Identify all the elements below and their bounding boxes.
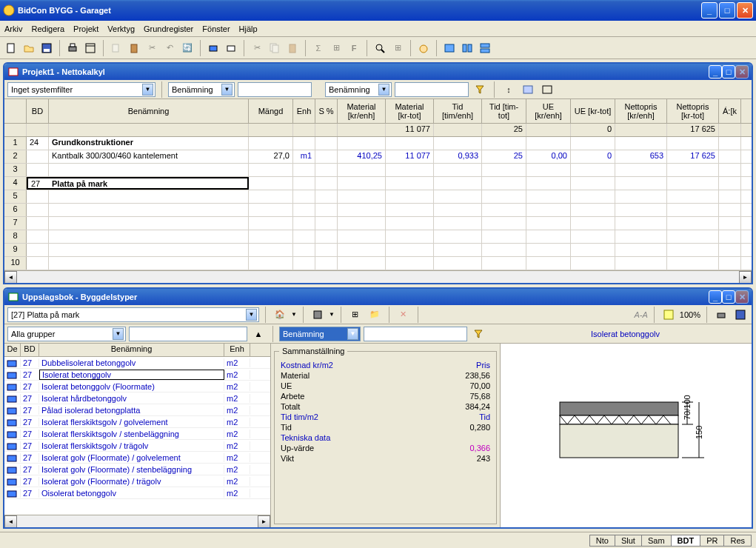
category-combo[interactable]: [27] Platta på mark▼ [7,307,259,322]
list-item[interactable]: 27Dubbelisolerat betonggolvm2 [4,357,270,369]
menu-grundregister[interactable]: Grundregister [144,24,193,33]
list-item[interactable]: 27Isolerat hårdbetonggolvm2 [4,392,270,404]
list-item[interactable]: 27Isolerat flerskiktsgolv / golvelementm… [4,416,270,428]
table-row[interactable]: 3 [4,164,752,177]
list-item[interactable]: 27Oisolerat betonggolvm2 [4,487,270,499]
list-item[interactable]: 27Isolerat betonggolv (Floormate)m2 [4,381,270,392]
list-item[interactable]: 27Isolerat golv (Floormate) / golvelemen… [4,452,270,464]
tool-paste-icon[interactable] [284,40,301,56]
window-icon-1[interactable] [441,40,458,56]
table-row[interactable]: 427Platta på mark [4,177,752,190]
list-item[interactable]: 27Isolerat flerskiktsgolv / trägolvm2 [4,440,270,452]
list-item[interactable]: 27Isolerat flerskiktsgolv / stenbeläggni… [4,428,270,440]
search-text[interactable] [364,327,467,341]
list-item[interactable]: 27Isolerat golv (Floormate) / trägolvm2 [4,475,270,487]
table-row[interactable]: 6 [4,204,752,217]
image-icon[interactable] [660,307,677,323]
table-row[interactable]: 10 [4,257,752,270]
group-filter-text[interactable] [129,327,247,341]
status-tab-slut[interactable]: Slut [615,535,642,547]
system-filter-combo[interactable]: Inget systemfilter▼ [7,82,155,97]
status-tab-nto[interactable]: Nto [589,535,615,547]
table-row[interactable]: 124Grundkonstruktioner [4,137,752,150]
tool-cut-icon[interactable]: ✂ [249,40,265,56]
filter-value-1[interactable] [238,82,312,97]
column-header[interactable]: S % [315,99,338,123]
column-header[interactable]: Material [kr/enh] [338,99,386,123]
column-header[interactable]: UE [kr-tot] [571,99,615,123]
horizontal-scrollbar[interactable]: ◄► [4,515,270,527]
column-header[interactable]: BD [21,344,39,356]
column-header[interactable]: Á:[k [719,99,741,123]
list-item[interactable]: 27Pålad isolerad betongplattam2 [4,404,270,416]
print-icon[interactable] [64,40,81,56]
column-header[interactable]: Mängd [249,99,293,123]
close-button[interactable]: ✕ [737,2,753,19]
menu-verktyg[interactable]: Verktyg [107,24,135,33]
window-icon-2[interactable] [459,40,475,56]
copy-icon[interactable] [108,40,124,56]
print-icon[interactable] [713,307,729,323]
filter-column-combo-1[interactable]: Benämning▼ [168,82,235,97]
mdi-minimize-button[interactable]: _ [709,65,722,78]
save-icon[interactable] [732,307,749,323]
folder-icon[interactable]: 📁 [367,307,383,323]
open-icon[interactable] [21,40,37,56]
mdi-maximize-button[interactable]: □ [722,65,735,78]
sort-icon[interactable]: ↕ [501,81,517,98]
save-icon[interactable] [39,40,55,56]
column-header[interactable]: Material [kr-tot] [386,99,434,123]
preview-icon[interactable] [82,40,98,56]
tool-icon-3[interactable]: ⊞ [328,40,344,56]
filter-icon[interactable] [470,326,486,342]
delete-icon[interactable]: ✕ [395,307,412,323]
columns-icon[interactable] [520,81,536,98]
column-header[interactable]: Nettopris [kr-tot] [667,99,719,123]
table-row[interactable]: 2Kantbalk 300/300/460 kantelement27,0m14… [4,150,752,164]
tool-icon[interactable] [310,307,326,323]
column-header[interactable]: De [4,344,21,356]
table-row[interactable]: 5 [4,190,752,204]
refresh-icon[interactable]: 🔄 [179,40,195,56]
mdi-close-button[interactable]: ✕ [735,290,749,304]
column-header[interactable]: UE [kr/enh] [526,99,571,123]
list-item[interactable]: 27Isolerat golv (Floormate) / stenbelägg… [4,464,270,475]
menu-redigera[interactable]: Redigera [31,24,64,33]
bold-icon[interactable]: F [346,40,362,56]
table-row[interactable]: 7 [4,217,752,230]
window-icon-3[interactable] [477,40,493,56]
status-tab-sam[interactable]: Sam [641,535,672,547]
tool-icon-2[interactable] [223,40,239,56]
table-row[interactable]: 9 [4,244,752,257]
menu-projekt[interactable]: Projekt [73,24,98,33]
status-tab-bdt[interactable]: BDT [671,535,701,547]
column-header[interactable]: Benämning [39,344,224,356]
menu-hjälp[interactable]: Hjälp [239,24,258,33]
menu-fönster[interactable]: Fönster [202,24,230,33]
horizontal-scrollbar[interactable]: ◄► [4,270,752,283]
paste-icon[interactable] [126,40,142,56]
filter-icon[interactable] [472,81,488,98]
goto-icon[interactable]: ⊞ [389,40,406,56]
settings-icon[interactable] [539,81,555,98]
filter-value-2[interactable] [395,82,469,97]
column-header[interactable]: Tid [tim-tot] [482,99,526,123]
column-header[interactable]: Nettopris [kr/enh] [615,99,667,123]
undo-icon[interactable]: ↶ [161,40,178,56]
tool-copy-icon[interactable] [267,40,283,56]
mdi-close-button[interactable]: ✕ [735,65,749,78]
scroll-up-icon[interactable]: ▲ [250,326,267,342]
minimize-button[interactable]: _ [701,2,717,19]
cut-icon[interactable]: ✂ [144,40,160,56]
column-header[interactable]: Enh [224,344,250,356]
search-column-combo[interactable]: Benämning▼ [279,327,361,341]
new-icon[interactable] [3,40,19,56]
find-icon[interactable] [372,40,388,56]
column-header[interactable]: Tid [tim/enh] [434,99,482,123]
maximize-button[interactable]: □ [719,2,735,19]
column-header[interactable]: Enh [293,99,315,123]
column-header[interactable]: Benämning [49,99,249,123]
mdi-minimize-button[interactable]: _ [709,290,722,304]
column-header[interactable] [4,99,27,123]
mdi-maximize-button[interactable]: □ [722,290,735,304]
